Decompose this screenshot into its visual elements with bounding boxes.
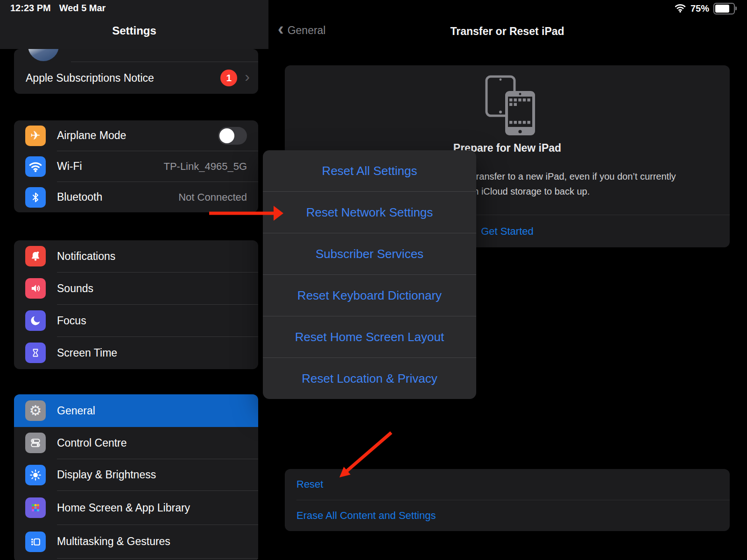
subscriptions-label: Apple Subscriptions Notice bbox=[26, 72, 154, 84]
speaker-icon bbox=[25, 278, 46, 299]
wifi-icon bbox=[25, 156, 46, 177]
display-brightness-label: Display & Brightness bbox=[57, 469, 156, 481]
sidebar-item-general[interactable]: ⚙ General bbox=[14, 394, 258, 427]
sidebar-item-home-screen[interactable]: Home Screen & App Library bbox=[14, 491, 258, 525]
sidebar-item-bluetooth[interactable]: Bluetooth Not Connected bbox=[14, 182, 258, 212]
airplane-mode-toggle[interactable] bbox=[218, 127, 247, 145]
toggles-icon bbox=[25, 433, 46, 453]
app-grid-icon bbox=[25, 497, 46, 518]
divider bbox=[57, 558, 258, 559]
system-card: ⚙ General Control Centre bbox=[14, 394, 258, 560]
bluetooth-icon bbox=[25, 187, 46, 208]
transfer-devices-icon bbox=[485, 75, 537, 138]
page-title: Transfer or Reset iPad bbox=[285, 25, 730, 38]
sidebar-title: Settings bbox=[0, 24, 268, 37]
avatar[interactable] bbox=[28, 49, 59, 61]
sidebar-item-control-centre[interactable]: Control Centre bbox=[14, 427, 258, 459]
focus-label: Focus bbox=[57, 315, 86, 327]
connectivity-card: ✈ Airplane Mode Wi-Fi TP-Link_4965_5G bbox=[14, 120, 258, 212]
alerts-card: Notifications Sounds bbox=[14, 240, 258, 369]
sidebar-item-display-brightness[interactable]: Display & Brightness bbox=[14, 459, 258, 490]
account-card: Apple Subscriptions Notice 1 › bbox=[14, 49, 258, 94]
menu-item-reset-network-settings[interactable]: Reset Network Settings bbox=[263, 192, 476, 233]
gear-icon: ⚙ bbox=[25, 400, 46, 421]
chevron-left-icon: ‹ bbox=[278, 22, 284, 36]
airplane-icon: ✈ bbox=[25, 126, 46, 146]
status-time: 12:23 PM bbox=[10, 3, 51, 14]
menu-item-reset-location-privacy[interactable]: Reset Location & Privacy bbox=[263, 358, 476, 399]
ipad-settings-screen: 12:23 PM Wed 5 Mar 75% Apple Subscriptio… bbox=[0, 0, 747, 560]
sounds-label: Sounds bbox=[57, 282, 93, 295]
control-centre-label: Control Centre bbox=[57, 437, 127, 449]
bluetooth-value: Not Connected bbox=[178, 191, 247, 203]
sidebar-item-airplane-mode[interactable]: ✈ Airplane Mode bbox=[14, 120, 258, 151]
general-label: General bbox=[57, 405, 95, 417]
bluetooth-label: Bluetooth bbox=[57, 191, 102, 203]
sidebar-item-focus[interactable]: Focus bbox=[14, 305, 258, 336]
wifi-status-icon bbox=[674, 3, 686, 14]
multitasking-label: Multitasking & Gestures bbox=[57, 535, 170, 548]
status-date: Wed 5 Mar bbox=[59, 3, 106, 14]
sidebar-item-notifications[interactable]: Notifications bbox=[14, 240, 258, 272]
multitask-icon bbox=[25, 532, 46, 552]
erase-all-link[interactable]: Erase All Content and Settings bbox=[285, 500, 730, 531]
settings-sidebar: Apple Subscriptions Notice 1 › ✈ Airplan… bbox=[0, 0, 268, 560]
menu-item-subscriber-services[interactable]: Subscriber Services bbox=[263, 233, 476, 274]
wifi-value: TP-Link_4965_5G bbox=[163, 161, 247, 173]
home-screen-label: Home Screen & App Library bbox=[57, 502, 190, 514]
notification-badge: 1 bbox=[220, 70, 237, 86]
status-bar-right: 75% bbox=[674, 3, 735, 14]
sidebar-item-subscriptions[interactable]: Apple Subscriptions Notice 1 › bbox=[26, 62, 250, 94]
reset-link[interactable]: Reset bbox=[285, 469, 730, 500]
menu-item-reset-home-screen-layout[interactable]: Reset Home Screen Layout bbox=[263, 316, 476, 357]
sidebar-item-sounds[interactable]: Sounds bbox=[14, 273, 258, 304]
sidebar-item-screen-time[interactable]: Screen Time bbox=[14, 337, 258, 369]
notifications-label: Notifications bbox=[57, 250, 115, 263]
wifi-label: Wi-Fi bbox=[57, 160, 82, 173]
screen-time-label: Screen Time bbox=[57, 347, 117, 359]
sun-icon bbox=[25, 465, 46, 485]
battery-icon bbox=[713, 3, 735, 14]
menu-item-reset-all-settings[interactable]: Reset All Settings bbox=[263, 150, 476, 191]
status-bar-left: 12:23 PM Wed 5 Mar bbox=[10, 3, 106, 14]
menu-item-reset-keyboard-dictionary[interactable]: Reset Keyboard Dictionary bbox=[263, 275, 476, 316]
reset-card: Reset Erase All Content and Settings bbox=[285, 469, 730, 531]
airplane-mode-label: Airplane Mode bbox=[57, 129, 126, 142]
reset-popup-menu: Reset All Settings Reset Network Setting… bbox=[263, 150, 476, 399]
chevron-right-icon: › bbox=[245, 69, 250, 84]
moon-icon bbox=[25, 310, 46, 331]
sidebar-item-wifi[interactable]: Wi-Fi TP-Link_4965_5G bbox=[14, 151, 258, 182]
sidebar-item-multitasking[interactable]: Multitasking & Gestures bbox=[14, 525, 258, 558]
battery-percent: 75% bbox=[691, 3, 709, 14]
bell-icon bbox=[25, 246, 46, 266]
hourglass-icon bbox=[25, 343, 46, 363]
